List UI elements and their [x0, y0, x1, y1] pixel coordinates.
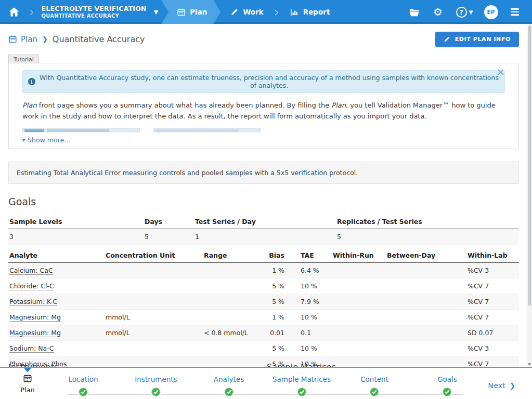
step-sample-matrices[interactable]: Sample Matrices	[273, 375, 331, 397]
table-cell: 5	[337, 229, 519, 244]
table-cell	[333, 314, 387, 321]
table-cell	[333, 329, 387, 337]
analyte-header-row: Analyte Concentration Unit Range Bias TA…	[8, 248, 519, 263]
close-icon[interactable]: ×	[496, 66, 505, 77]
analyte-link[interactable]: Chloride: Cl-C	[9, 282, 54, 290]
main-tabs: Plan Work Report	[163, 0, 339, 24]
step-content[interactable]: Content	[360, 375, 388, 397]
vertical-scrollbar[interactable]	[527, 24, 532, 367]
step-goals[interactable]: Goals	[437, 375, 457, 397]
analyte-link[interactable]: Calcium: CaC	[9, 267, 53, 275]
table-cell: 1	[195, 229, 337, 244]
home-icon	[8, 6, 20, 18]
analyte-goals-table: Analyte Concentration Unit Range Bias TA…	[8, 248, 519, 367]
tutorial-panel: × i With Quantitative Accuracy study, on…	[8, 63, 519, 149]
calendar-icon	[177, 8, 186, 17]
check-icon	[151, 387, 162, 397]
home-button[interactable]	[0, 0, 28, 24]
tab-plan[interactable]: Plan	[161, 0, 220, 24]
step-label: Location	[68, 375, 98, 383]
table-cell: 0.01	[263, 325, 292, 340]
table-cell	[204, 298, 263, 305]
table-cell: %CV 3	[468, 263, 519, 278]
table-cell: 5 %	[263, 294, 292, 309]
calendar-icon	[8, 35, 17, 44]
table-cell: 1 %	[263, 263, 292, 278]
step-instruments[interactable]: Instruments	[135, 375, 177, 397]
table-row: Magnesium: Mg mmol/L < 0.8 mmol/L 0.01 0…	[8, 325, 519, 341]
edit-plan-info-button[interactable]: EDIT PLAN INFO	[435, 32, 519, 47]
table-cell	[333, 298, 387, 305]
table-cell	[204, 314, 263, 321]
tab-plan-label: Plan	[190, 8, 207, 16]
plan-stepper-footer: Plan Location Instruments Analytes Sampl…	[0, 367, 532, 399]
table-cell	[387, 283, 468, 290]
table-cell: 3	[8, 229, 145, 244]
column-header: Bias	[263, 248, 292, 262]
footer-plan-tab[interactable]: Plan	[16, 374, 40, 394]
app-menu-button[interactable]	[503, 0, 527, 24]
column-header: Days	[145, 214, 195, 229]
column-header: Concentration Unit	[106, 248, 204, 262]
step-location[interactable]: Location	[68, 375, 98, 397]
chevron-down-icon: ▼	[154, 9, 158, 16]
analyte-link[interactable]: Potassium: K-C	[9, 298, 57, 306]
tab-report-label: Report	[303, 8, 330, 16]
tab-work[interactable]: Work	[220, 0, 273, 24]
step-analytes[interactable]: Analytes	[214, 375, 244, 397]
table-cell: %CV 7	[468, 278, 519, 294]
help-menu-button[interactable]: ? ▼	[450, 0, 479, 24]
help-icon: ?	[456, 7, 467, 18]
scrollbar-down-arrow[interactable]	[528, 363, 531, 366]
tab-report[interactable]: Report	[280, 0, 340, 24]
table-cell: 6.4 %	[292, 263, 333, 278]
clipped-section-heading: Instruments	[8, 362, 58, 367]
settings-button[interactable]: ⚙	[426, 0, 450, 24]
table-cell: 10 %	[292, 341, 333, 356]
next-button[interactable]: Next ❯	[488, 381, 515, 390]
design-goals-table: Sample Levels Days Test Series / Day Rep…	[8, 214, 519, 245]
column-header: Within-Run	[333, 248, 387, 262]
table-cell: %CV 7	[468, 310, 519, 325]
current-tab-pointer-icon	[24, 368, 31, 373]
column-header: TAE	[292, 248, 333, 262]
show-more-link[interactable]: ▾ Show more...	[22, 136, 70, 144]
breadcrumb-section[interactable]: Plan	[21, 35, 37, 44]
projects-folder-button[interactable]	[402, 0, 426, 24]
info-icon: i	[28, 78, 35, 85]
table-cell: < 0.8 mmol/L	[204, 325, 263, 340]
table-cell	[387, 345, 468, 352]
clipped-next-sections: Instruments Sample Matrices	[8, 362, 518, 367]
project-subtitle: QUANTITATIVE ACCURACY	[42, 12, 147, 19]
step-label: Analytes	[214, 375, 244, 383]
table-row: Calcium: CaC 1 % 6.4 % %CV 3	[8, 263, 519, 278]
table-cell	[204, 267, 263, 274]
project-title: ELECTROLYTE VERIFICATION	[42, 5, 147, 12]
work-icon	[230, 8, 239, 17]
clipped-section-heading: Sample Matrices	[267, 362, 336, 367]
menu-icon	[511, 8, 519, 16]
table-cell: 5	[145, 229, 195, 244]
page-header-row: Plan ❯ Quantitative Accuracy EDIT PLAN I…	[0, 24, 527, 52]
edit-plan-info-label: EDIT PLAN INFO	[455, 36, 511, 43]
chevron-right-icon: ❯	[510, 382, 515, 390]
design-goals-value-row: 3 5 1 5	[8, 229, 519, 245]
project-selector[interactable]: ELECTROLYTE VERIFICATION QUANTITATIVE AC…	[35, 0, 164, 24]
column-header: Sample Levels	[8, 214, 145, 229]
table-cell: 10 %	[292, 310, 333, 325]
scrollbar-thumb[interactable]	[528, 25, 531, 306]
table-cell: 10 %	[292, 278, 333, 294]
chevron-right-icon: ❯	[41, 35, 49, 43]
step-label: Goals	[437, 375, 457, 383]
tutorial-text-segment: Plan	[331, 101, 346, 109]
calendar-icon	[23, 374, 32, 383]
show-more-label: Show more...	[28, 136, 70, 144]
table-cell	[106, 345, 204, 352]
analyte-link[interactable]: Magnesium: Mg	[9, 329, 61, 337]
table-cell	[333, 267, 387, 274]
analyte-link[interactable]: Sodium: Na-C	[9, 344, 54, 353]
check-icon	[224, 387, 235, 397]
analyte-link[interactable]: Magnesium: Mg	[9, 313, 61, 322]
stepper-connector-line	[68, 394, 463, 395]
user-menu-button[interactable]: EP	[479, 0, 503, 24]
